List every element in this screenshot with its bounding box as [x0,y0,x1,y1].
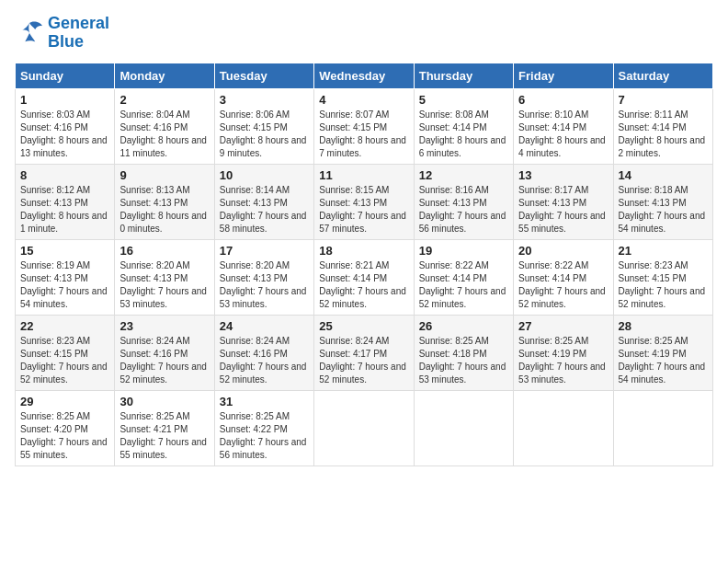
calendar-cell: 22Sunrise: 8:23 AMSunset: 4:15 PMDayligh… [16,315,115,390]
day-info: Sunrise: 8:23 AMSunset: 4:15 PMDaylight:… [619,259,708,311]
calendar-cell: 2Sunrise: 8:04 AMSunset: 4:16 PMDaylight… [115,88,214,164]
day-of-week-header: Tuesday [214,63,313,88]
calendar-cell: 30Sunrise: 8:25 AMSunset: 4:21 PMDayligh… [115,390,214,465]
day-info: Sunrise: 8:18 AMSunset: 4:13 PMDaylight:… [619,184,708,236]
calendar-cell: 27Sunrise: 8:25 AMSunset: 4:19 PMDayligh… [514,315,613,390]
day-number: 14 [619,168,708,182]
day-info: Sunrise: 8:03 AMSunset: 4:16 PMDaylight:… [20,109,109,160]
day-info: Sunrise: 8:04 AMSunset: 4:16 PMDaylight:… [119,109,209,160]
day-number: 18 [319,244,408,258]
calendar-cell: 23Sunrise: 8:24 AMSunset: 4:16 PMDayligh… [115,315,214,390]
day-of-week-header: Friday [514,63,613,88]
calendar-cell: 25Sunrise: 8:24 AMSunset: 4:17 PMDayligh… [314,315,414,390]
day-number: 11 [319,168,408,182]
day-number: 2 [119,93,209,107]
day-number: 7 [619,93,708,107]
day-info: Sunrise: 8:22 AMSunset: 4:14 PMDaylight:… [419,259,508,311]
calendar-cell: 12Sunrise: 8:16 AMSunset: 4:13 PMDayligh… [414,164,513,239]
calendar-cell: 3Sunrise: 8:06 AMSunset: 4:15 PMDaylight… [214,88,313,164]
calendar-cell [514,390,613,465]
day-number: 8 [20,168,109,182]
day-info: Sunrise: 8:24 AMSunset: 4:16 PMDaylight:… [220,335,309,386]
day-info: Sunrise: 8:20 AMSunset: 4:13 PMDaylight:… [220,259,309,311]
day-info: Sunrise: 8:25 AMSunset: 4:20 PMDaylight:… [20,410,109,462]
day-number: 9 [119,168,209,182]
calendar-cell: 29Sunrise: 8:25 AMSunset: 4:20 PMDayligh… [16,390,115,465]
day-number: 16 [119,244,209,258]
calendar-cell: 13Sunrise: 8:17 AMSunset: 4:13 PMDayligh… [514,164,613,239]
day-number: 22 [20,319,109,333]
page-header: General Blue [15,15,713,52]
calendar-cell: 5Sunrise: 8:08 AMSunset: 4:14 PMDaylight… [414,88,513,164]
day-info: Sunrise: 8:15 AMSunset: 4:13 PMDaylight:… [319,184,408,236]
day-number: 5 [419,93,508,107]
calendar-cell: 10Sunrise: 8:14 AMSunset: 4:13 PMDayligh… [214,164,313,239]
day-info: Sunrise: 8:07 AMSunset: 4:15 PMDaylight:… [319,109,408,160]
day-info: Sunrise: 8:12 AMSunset: 4:13 PMDaylight:… [20,184,109,236]
day-info: Sunrise: 8:25 AMSunset: 4:19 PMDaylight:… [518,335,608,386]
calendar-cell: 11Sunrise: 8:15 AMSunset: 4:13 PMDayligh… [314,164,414,239]
day-number: 21 [619,244,708,258]
day-number: 31 [220,395,309,408]
calendar-cell: 26Sunrise: 8:25 AMSunset: 4:18 PMDayligh… [414,315,513,390]
day-info: Sunrise: 8:19 AMSunset: 4:13 PMDaylight:… [20,259,109,311]
day-number: 25 [319,319,408,333]
day-info: Sunrise: 8:24 AMSunset: 4:16 PMDaylight:… [119,335,209,386]
day-info: Sunrise: 8:25 AMSunset: 4:18 PMDaylight:… [419,335,508,386]
day-info: Sunrise: 8:10 AMSunset: 4:14 PMDaylight:… [518,109,608,160]
day-of-week-header: Wednesday [314,63,414,88]
logo-icon [15,20,44,46]
calendar-cell [613,390,712,465]
day-number: 30 [119,395,209,408]
day-number: 29 [20,395,109,408]
day-number: 4 [319,93,408,107]
day-info: Sunrise: 8:20 AMSunset: 4:13 PMDaylight:… [119,259,209,311]
logo: General Blue [15,15,109,52]
day-number: 15 [20,244,109,258]
calendar-cell: 19Sunrise: 8:22 AMSunset: 4:14 PMDayligh… [414,239,513,315]
day-number: 19 [419,244,508,258]
day-info: Sunrise: 8:08 AMSunset: 4:14 PMDaylight:… [419,109,508,160]
day-info: Sunrise: 8:24 AMSunset: 4:17 PMDaylight:… [319,335,408,386]
day-info: Sunrise: 8:17 AMSunset: 4:13 PMDaylight:… [518,184,608,236]
day-info: Sunrise: 8:25 AMSunset: 4:19 PMDaylight:… [619,335,708,386]
day-info: Sunrise: 8:25 AMSunset: 4:21 PMDaylight:… [119,410,209,462]
day-number: 28 [619,319,708,333]
calendar-cell: 15Sunrise: 8:19 AMSunset: 4:13 PMDayligh… [16,239,115,315]
day-number: 3 [220,93,309,107]
calendar-cell: 17Sunrise: 8:20 AMSunset: 4:13 PMDayligh… [214,239,313,315]
calendar-cell [414,390,513,465]
calendar-cell: 24Sunrise: 8:24 AMSunset: 4:16 PMDayligh… [214,315,313,390]
day-info: Sunrise: 8:14 AMSunset: 4:13 PMDaylight:… [220,184,309,236]
day-info: Sunrise: 8:06 AMSunset: 4:15 PMDaylight:… [220,109,309,160]
day-of-week-header: Monday [115,63,214,88]
day-info: Sunrise: 8:21 AMSunset: 4:14 PMDaylight:… [319,259,408,311]
day-number: 27 [518,319,608,333]
day-info: Sunrise: 8:23 AMSunset: 4:15 PMDaylight:… [20,335,109,386]
day-number: 24 [220,319,309,333]
day-info: Sunrise: 8:25 AMSunset: 4:22 PMDaylight:… [220,410,309,462]
day-number: 12 [419,168,508,182]
calendar-cell: 18Sunrise: 8:21 AMSunset: 4:14 PMDayligh… [314,239,414,315]
day-number: 17 [220,244,309,258]
calendar-cell: 6Sunrise: 8:10 AMSunset: 4:14 PMDaylight… [514,88,613,164]
day-info: Sunrise: 8:13 AMSunset: 4:13 PMDaylight:… [119,184,209,236]
calendar-cell [314,390,414,465]
day-number: 10 [220,168,309,182]
day-of-week-header: Thursday [414,63,513,88]
calendar-table: SundayMondayTuesdayWednesdayThursdayFrid… [15,63,713,466]
day-info: Sunrise: 8:16 AMSunset: 4:13 PMDaylight:… [419,184,508,236]
calendar-cell: 28Sunrise: 8:25 AMSunset: 4:19 PMDayligh… [613,315,712,390]
day-number: 23 [119,319,209,333]
day-number: 13 [518,168,608,182]
day-number: 26 [419,319,508,333]
calendar-cell: 1Sunrise: 8:03 AMSunset: 4:16 PMDaylight… [16,88,115,164]
logo-text-line1: General Blue [48,15,109,52]
day-of-week-header: Saturday [613,63,712,88]
calendar-cell: 21Sunrise: 8:23 AMSunset: 4:15 PMDayligh… [613,239,712,315]
day-info: Sunrise: 8:11 AMSunset: 4:14 PMDaylight:… [619,109,708,160]
calendar-cell: 31Sunrise: 8:25 AMSunset: 4:22 PMDayligh… [214,390,313,465]
day-number: 20 [518,244,608,258]
calendar-cell: 20Sunrise: 8:22 AMSunset: 4:14 PMDayligh… [514,239,613,315]
day-of-week-header: Sunday [16,63,115,88]
